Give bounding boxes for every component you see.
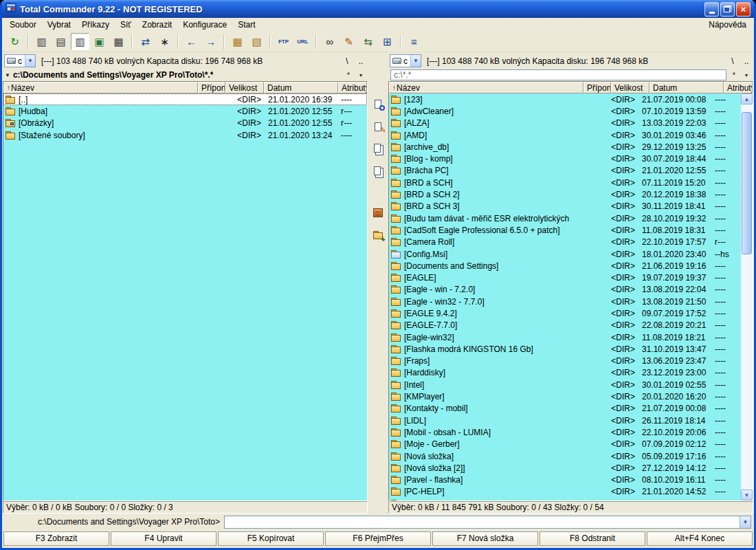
alt-f4-konec-button[interactable]: Alt+F4 Konec — [647, 531, 753, 546]
menu-n-pov-da[interactable]: Nápověda — [703, 19, 752, 31]
root-dir-button[interactable]: \ — [727, 55, 738, 67]
file-row[interactable]: [123]<DIR>21.07.2019 00:08---- — [389, 94, 741, 105]
file-row[interactable]: [Moje - Gerber]<DIR>07.09.2019 02:12---- — [389, 439, 741, 450]
multi-rename-button[interactable]: ✎ — [340, 33, 358, 50]
menu-p-kazy[interactable]: Příkazy — [76, 19, 115, 31]
file-row[interactable]: [Config.Msi]<DIR>18.01.2020 23:40--hs — [389, 248, 741, 260]
filter-button[interactable]: * — [729, 71, 739, 79]
file-row[interactable]: [AdwCleaner]<DIR>07.10.2019 13:59---- — [389, 105, 741, 117]
menu-zobrazit[interactable]: Zobrazit — [137, 19, 177, 31]
f6-p-ejmp-es-button[interactable]: F6 PřejmPřes — [325, 531, 431, 546]
close-button[interactable]: × — [736, 2, 751, 16]
file-row[interactable]: [Intel]<DIR>30.01.2019 02:55---- — [389, 379, 741, 390]
file-row[interactable]: [EAGLE-7.7.0]<DIR>22.08.2019 20:21---- — [389, 320, 741, 331]
file-row[interactable]: [AMD]<DIR>30.01.2019 03:46---- — [389, 129, 741, 141]
thumbnails-view-button[interactable]: ▣ — [90, 33, 109, 50]
edit-file-button[interactable]: ✎ — [370, 120, 386, 133]
command-input[interactable] — [225, 516, 740, 528]
quick-view-button[interactable] — [370, 97, 386, 111]
column-header-datum[interactable]: Datum — [264, 82, 338, 94]
swap-panels-button[interactable]: ⇄ — [136, 33, 155, 50]
right-drive-selector[interactable]: c ▼ — [390, 54, 421, 67]
column-header-p-pona[interactable]: Přípona — [583, 82, 611, 94]
file-row[interactable]: [Kontakty - mobil]<DIR>21.07.2019 00:08-… — [389, 403, 741, 415]
parent-dir-button[interactable]: .. — [741, 55, 752, 67]
file-row[interactable]: [LIDL]<DIR>26.11.2019 18:14---- — [389, 415, 741, 426]
file-row[interactable]: [BRD a SCH 2]<DIR>20.12.2019 18:38---- — [389, 188, 741, 200]
file-row[interactable]: [Blog - komp]<DIR>30.07.2019 18:44---- — [389, 153, 741, 164]
back-button[interactable]: ← — [182, 33, 201, 50]
menu-soubor[interactable]: Soubor — [4, 19, 42, 31]
column-header-n-zev[interactable]: ↑Název — [3, 82, 198, 94]
ftp-url-button[interactable]: URL — [293, 33, 312, 50]
column-header-atributy[interactable]: Atributy — [724, 82, 753, 94]
file-row[interactable]: [Nová složka]<DIR>05.09.2019 17:16---- — [389, 450, 741, 462]
menu-start[interactable]: Start — [232, 19, 260, 31]
chevron-down-icon[interactable]: ▼ — [410, 55, 421, 67]
current-path[interactable]: c:\*.* — [390, 69, 726, 80]
left-drive-selector[interactable]: c ▼ — [4, 54, 36, 67]
file-row[interactable]: [archive_db]<DIR>29.12.2019 13:25---- — [389, 141, 741, 153]
f7-nov-slo-ka-button[interactable]: F7 Nová složka — [432, 531, 538, 546]
file-row[interactable]: [BRD a SCH 3]<DIR>30.11.2019 18:41---- — [389, 201, 741, 212]
file-row[interactable]: [Fraps]<DIR>13.06.2019 23:47---- — [389, 355, 741, 367]
file-row[interactable]: [Documents and Settings]<DIR>21.06.2019 … — [389, 260, 741, 272]
scrollbar-track[interactable] — [741, 104, 753, 490]
column-header-velikost[interactable]: Velikost — [225, 82, 264, 94]
menu-vybrat[interactable]: Vybrat — [42, 19, 76, 31]
history-dropdown-icon[interactable]: ▾ — [356, 72, 366, 78]
file-row[interactable]: [Mobil - obsah - LUMIA]<DIR>22.10.2019 2… — [389, 426, 741, 438]
file-row[interactable]: [Eagle - win32 - 7.7.0]<DIR>13.08.2019 2… — [389, 296, 741, 307]
file-row[interactable]: [BRD a SCH]<DIR>07.11.2019 15:20---- — [389, 177, 741, 188]
new-folder-button[interactable]: + — [370, 228, 386, 242]
forward-button[interactable]: → — [201, 33, 220, 50]
file-row[interactable]: [Nová složka [2]]<DIR>27.12.2019 14:12--… — [389, 462, 741, 474]
column-header-atributy[interactable]: Atributy — [338, 82, 367, 94]
file-row[interactable]: [Harddisky]<DIR>23.12.2019 23:00---- — [389, 367, 741, 379]
file-row[interactable]: [Obrázky]<DIR>21.01.2020 12:55r--- — [3, 118, 367, 129]
sync-dirs-button[interactable]: ⇆ — [359, 33, 377, 50]
f4-upravit-button[interactable]: F4 Upravit — [111, 531, 216, 546]
restore-button[interactable] — [720, 2, 735, 16]
file-row[interactable]: [Brácha PC]<DIR>21.01.2020 12:55---- — [389, 165, 741, 177]
f8-odstranit-button[interactable]: F8 Odstranit — [540, 531, 645, 546]
chevron-down-icon[interactable]: ▼ — [25, 55, 35, 67]
run-tool-button[interactable]: ∗ — [155, 33, 174, 50]
file-row[interactable]: [Budu tam dávat - měřič ESR elektrolytic… — [389, 212, 741, 224]
column-header-datum[interactable]: Datum — [649, 82, 724, 94]
network-button[interactable]: ⊞ — [378, 33, 397, 50]
notepad-button[interactable]: ≡ — [405, 33, 423, 50]
column-header-velikost[interactable]: Velikost — [611, 82, 649, 94]
file-row[interactable]: [EAGLE]<DIR>19.07.2019 19:37---- — [389, 272, 741, 283]
file-row[interactable]: [Flashka modrá KINGSTON 16 Gb]<DIR>31.10… — [389, 343, 741, 355]
column-header-p-pona[interactable]: Přípona — [198, 82, 225, 94]
f5-kop-rovat-button[interactable]: F5 Kopírovat — [218, 531, 324, 546]
file-row[interactable]: [CadSoft Eagle Professional 6.5.0 + patc… — [389, 224, 741, 236]
file-row[interactable]: [Stažené soubory]<DIR>21.01.2020 13:24--… — [3, 129, 367, 141]
menu-s[interactable]: Síť — [115, 19, 137, 31]
tree-view-button[interactable]: ▥ — [71, 33, 89, 50]
column-header-n-zev[interactable]: ↑Název — [389, 82, 583, 94]
unpack-files-button[interactable]: ▧ — [247, 33, 266, 50]
parent-dir-button[interactable]: .. — [355, 55, 366, 67]
file-row[interactable]: [KMPlayer]<DIR>20.01.2020 16:20---- — [389, 390, 741, 402]
scrollbar-thumb[interactable] — [742, 112, 752, 254]
scroll-down-button[interactable]: ▼ — [741, 490, 753, 500]
full-view-button[interactable]: ▤ — [52, 33, 70, 50]
custom-columns-button[interactable]: ▦ — [109, 33, 128, 50]
file-row[interactable]: [Hudba]<DIR>21.01.2020 12:55r--- — [3, 105, 367, 117]
file-row[interactable]: [EAGLE 9.4.2]<DIR>09.07.2019 17:52---- — [389, 307, 741, 319]
filter-button[interactable]: * — [344, 71, 353, 79]
refresh-button[interactable]: ↻ — [5, 33, 24, 50]
file-row[interactable]: ↑[..]<DIR>21.01.2020 16:39---- — [3, 94, 367, 105]
brief-view-button[interactable]: ▥ — [32, 33, 51, 50]
root-dir-button[interactable]: \ — [342, 55, 353, 67]
copy-files-button[interactable] — [370, 142, 386, 156]
file-row[interactable]: [Pavel - flashka]<DIR>08.10.2019 16:11--… — [389, 474, 741, 486]
file-row[interactable]: [Camera Roll]<DIR>22.10.2019 17:57r--- — [389, 236, 741, 248]
titlebar[interactable]: Total Commander 9.22 - NOT REGISTERED × — [2, 0, 754, 18]
file-row[interactable]: [Program Files]<DIR>21.07.2019 18:03---- — [389, 498, 741, 500]
command-history-dropdown-icon[interactable]: ▼ — [740, 516, 751, 528]
history-dropdown-icon[interactable]: ▾ — [742, 72, 751, 78]
minimize-button[interactable] — [704, 2, 719, 16]
